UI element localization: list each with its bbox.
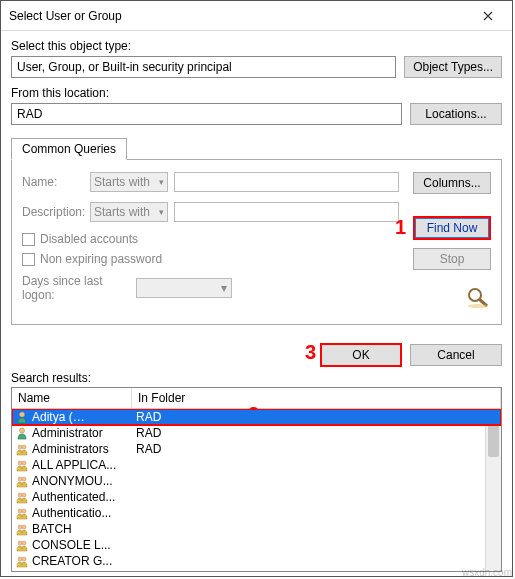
scrollbar[interactable] [485, 409, 501, 571]
row-name: Authenticated... [30, 490, 132, 504]
svg-point-12 [22, 493, 26, 497]
search-results-list: Name In Folder Aditya (…RADAdministrator… [11, 387, 502, 572]
svg-point-2 [468, 304, 488, 308]
search-results-label: Search results: [11, 371, 502, 385]
description-query-input[interactable] [174, 202, 399, 222]
group-icon [14, 490, 30, 504]
row-name: BATCH [30, 522, 132, 536]
user-icon [14, 426, 30, 440]
row-folder: RAD [132, 442, 501, 456]
svg-point-8 [22, 461, 26, 465]
list-item[interactable]: CREATOR G... [12, 553, 501, 569]
svg-point-16 [22, 525, 26, 529]
annotation-3: 3 [305, 341, 316, 364]
disabled-accounts-label: Disabled accounts [40, 232, 138, 246]
name-match-select[interactable]: Starts with ▾ [90, 172, 168, 192]
locations-button[interactable]: Locations... [410, 103, 502, 125]
group-icon [14, 538, 30, 552]
close-icon [483, 11, 493, 21]
cancel-button[interactable]: Cancel [410, 344, 502, 366]
chevron-down-icon: ▾ [159, 207, 164, 217]
non-expiring-label: Non expiring password [40, 252, 162, 266]
svg-point-18 [22, 541, 26, 545]
svg-point-9 [18, 477, 22, 481]
select-user-group-window: Select User or Group Select this object … [0, 0, 513, 577]
columns-button[interactable]: Columns... [413, 172, 491, 194]
description-match-select[interactable]: Starts with ▾ [90, 202, 168, 222]
row-name: ANONYMOU... [30, 474, 132, 488]
list-item[interactable]: Aditya (…RAD [12, 409, 501, 425]
svg-point-15 [18, 525, 22, 529]
svg-point-4 [20, 428, 25, 433]
list-item[interactable]: AdministratorsRAD [12, 441, 501, 457]
from-location-label: From this location: [11, 86, 502, 100]
common-queries-panel: Name: Starts with ▾ Description: Starts … [11, 159, 502, 325]
titlebar: Select User or Group [1, 1, 512, 31]
list-item[interactable]: ANONYMOU... [12, 473, 501, 489]
svg-point-17 [18, 541, 22, 545]
group-icon [14, 554, 30, 568]
stop-button[interactable]: Stop [413, 248, 491, 270]
list-item[interactable]: CONSOLE L... [12, 537, 501, 553]
chevron-down-icon: ▾ [159, 177, 164, 187]
svg-point-19 [18, 557, 22, 561]
watermark: wsxdn.com [462, 567, 512, 578]
non-expiring-checkbox[interactable] [22, 253, 35, 266]
row-folder: RAD [132, 426, 501, 440]
disabled-accounts-checkbox[interactable] [22, 233, 35, 246]
list-item[interactable]: BATCH [12, 521, 501, 537]
description-label: Description: [22, 205, 84, 219]
search-icon [465, 286, 491, 308]
name-label: Name: [22, 175, 84, 189]
svg-point-10 [22, 477, 26, 481]
column-name[interactable]: Name [12, 388, 132, 408]
group-icon [14, 442, 30, 456]
object-type-input[interactable] [11, 56, 396, 78]
list-item[interactable]: AdministratorRAD [12, 425, 501, 441]
svg-point-20 [22, 557, 26, 561]
days-since-label: Days since last logon: [22, 274, 130, 302]
list-item[interactable]: Authenticatio... [12, 505, 501, 521]
close-button[interactable] [468, 2, 508, 30]
chevron-down-icon: ▾ [221, 281, 227, 295]
row-name: Administrators [30, 442, 132, 456]
group-icon [14, 474, 30, 488]
svg-point-7 [18, 461, 22, 465]
svg-point-14 [22, 509, 26, 513]
location-input[interactable] [11, 103, 402, 125]
row-name: CREATOR G... [30, 554, 132, 568]
window-title: Select User or Group [9, 9, 468, 23]
user-icon [14, 410, 30, 424]
row-folder: RAD [132, 410, 501, 424]
object-types-button[interactable]: Object Types... [404, 56, 502, 78]
annotation-1: 1 [395, 216, 406, 239]
svg-point-5 [18, 445, 22, 449]
name-query-input[interactable] [174, 172, 399, 192]
svg-point-11 [18, 493, 22, 497]
row-name: CONSOLE L... [30, 538, 132, 552]
group-icon [14, 522, 30, 536]
dialog-body: Select this object type: Object Types...… [1, 31, 512, 576]
svg-point-3 [20, 412, 25, 417]
list-item[interactable]: Authenticated... [12, 489, 501, 505]
svg-point-13 [18, 509, 22, 513]
list-item[interactable]: ALL APPLICA... [12, 457, 501, 473]
ok-button[interactable]: OK [320, 343, 402, 367]
tab-common-queries[interactable]: Common Queries [11, 138, 127, 160]
row-name: ALL APPLICA... [30, 458, 132, 472]
group-icon [14, 458, 30, 472]
row-name: Administrator [30, 426, 132, 440]
row-name: Authenticatio... [30, 506, 132, 520]
days-since-select[interactable]: ▾ [136, 278, 232, 298]
object-type-label: Select this object type: [11, 39, 502, 53]
group-icon [14, 506, 30, 520]
row-name: Aditya (… [30, 410, 132, 424]
column-folder[interactable]: In Folder [132, 388, 501, 408]
find-now-button[interactable]: Find Now [413, 216, 491, 240]
svg-point-6 [22, 445, 26, 449]
